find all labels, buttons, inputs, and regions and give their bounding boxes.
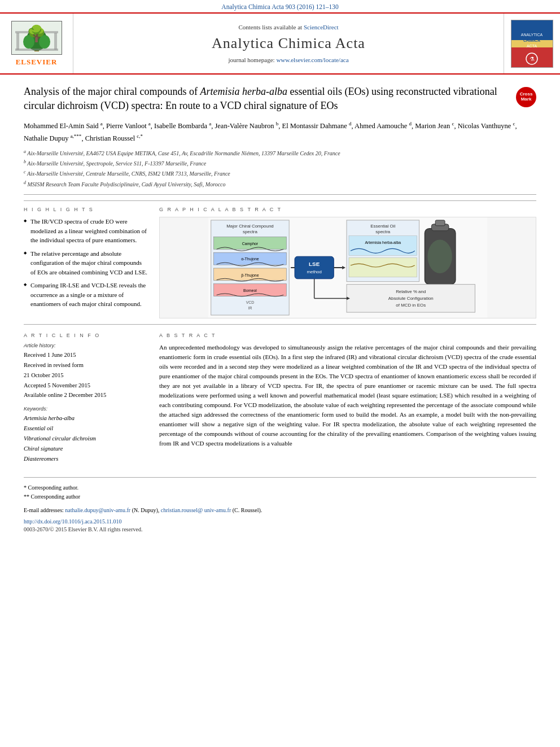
doi-line: http://dx.doi.org/10.1016/j.aca.2015.11.… <box>24 518 536 525</box>
svg-text:Essential Oil: Essential Oil <box>370 224 395 229</box>
article-history-group: Article history: Received 1 June 2015 Re… <box>24 343 148 400</box>
svg-text:ANALYTICA: ANALYTICA <box>521 33 543 37</box>
available-date: Available online 2 December 2015 <box>24 390 148 400</box>
affiliations-section: a Aix-Marseille Université, EA4672 USA E… <box>24 148 536 189</box>
keywords-label: Keywords: <box>24 406 148 412</box>
divider-1 <box>24 194 536 195</box>
graphical-abstract-heading: G R A P H I C A L A B S T R A C T <box>159 207 536 212</box>
graphical-abstract-image: Major Chiral Compound spectra Camphor α-… <box>159 217 536 318</box>
svg-rect-34 <box>295 256 334 279</box>
email-roussel[interactable]: christian.roussel@ <box>161 507 203 513</box>
svg-text:Borneol: Borneol <box>243 289 257 293</box>
abstract-heading: A B S T R A C T <box>159 333 536 338</box>
svg-text:spectra: spectra <box>243 229 258 234</box>
highlight-item-2: The relative percentage and absolute con… <box>24 249 148 277</box>
svg-rect-6 <box>54 33 57 50</box>
sciencedirect-line: Contents lists available at ScienceDirec… <box>238 24 338 30</box>
highlights-list: The IR/VCD spectra of crude EO were mode… <box>24 217 148 309</box>
svg-point-3 <box>23 35 34 49</box>
revised-label: Received in revised form <box>24 360 148 370</box>
svg-text:LSE: LSE <box>309 261 320 267</box>
svg-rect-48 <box>435 220 445 226</box>
keyword-4: Chiral signature <box>24 444 148 454</box>
keyword-3: Vibrational circular dichroism <box>24 434 148 444</box>
footer-section: * Corresponding author. ** Corresponding… <box>24 477 536 532</box>
aca-logo: ANALYTICA CHIMICA ACTA ⚗ <box>511 20 553 68</box>
email-dupuy[interactable]: nathalie.dupuy@univ-amu.fr <box>65 507 130 513</box>
abstract-text: An unprecedented methodology was develop… <box>159 343 536 449</box>
keyword-1: Artemisia herba-alba <box>24 413 148 423</box>
svg-point-49 <box>427 240 452 273</box>
svg-point-4 <box>39 35 50 49</box>
email-line: E-mail addresses: nathalie.dupuy@univ-am… <box>24 506 536 515</box>
journal-homepage-line: journal homepage: www.elsevier.com/locat… <box>228 56 348 63</box>
affiliation-d: d MSISM Research Team Faculte Polydiscip… <box>24 180 536 189</box>
author-marion-jean: Marion Jean <box>415 123 450 130</box>
accepted-date: Accepted 5 November 2015 <box>24 381 148 391</box>
svg-text:Absolute Configuration: Absolute Configuration <box>388 296 434 301</box>
svg-text:CHIMICA: CHIMICA <box>523 38 540 42</box>
corresponding-notes: * Corresponding author. ** Corresponding… <box>24 483 536 501</box>
weighted-text: weighted <box>85 228 107 234</box>
svg-text:spectra: spectra <box>375 229 391 234</box>
svg-rect-7 <box>15 49 58 51</box>
corresponding-2: ** Corresponding author <box>24 492 536 501</box>
journal-center-header: Contents lists available at ScienceDirec… <box>73 14 504 73</box>
highlights-column: H I G H L I G H T S The IR/VCD spectra o… <box>24 207 148 318</box>
svg-text:of MCD in EOs: of MCD in EOs <box>396 303 426 308</box>
article-title-italic: Artemisia herba-alba <box>200 86 287 97</box>
affiliation-a: a Aix-Marseille Université, EA4672 USA E… <box>24 148 536 158</box>
journal-header: ELSEVIER Contents lists available at Sci… <box>0 12 560 75</box>
article-info-column: A R T I C L E I N F O Article history: R… <box>24 333 148 469</box>
svg-text:⚗: ⚗ <box>530 56 535 62</box>
svg-text:method: method <box>307 269 321 274</box>
article-info-heading: A R T I C L E I N F O <box>24 333 148 338</box>
keyword-2: Essential oil <box>24 423 148 434</box>
highlights-heading: H I G H L I G H T S <box>24 207 148 212</box>
svg-text:α-Thujone: α-Thujone <box>241 257 259 261</box>
elsevier-tree-logo <box>11 21 62 55</box>
journal-title: Analytica Chimica Acta <box>212 35 365 52</box>
svg-text:β-Thujone: β-Thujone <box>241 273 259 278</box>
article-title: Analysis of the major chiral compounds o… <box>24 85 509 113</box>
authors-section: Mohammed El-Amin Said a, Pierre Vanloot … <box>24 120 536 143</box>
svg-rect-43 <box>349 236 417 256</box>
svg-text:Camphor: Camphor <box>242 242 259 246</box>
svg-text:Major Chiral Compound: Major Chiral Compound <box>226 224 274 229</box>
article-dates: Received 1 June 2015 Received in revised… <box>24 350 148 400</box>
email-roussel-domain[interactable]: univ-amu.fr <box>204 507 231 513</box>
keywords-list: Artemisia herba-alba Essential oil Vibra… <box>24 413 148 464</box>
svg-text:ACTA: ACTA <box>527 44 537 48</box>
svg-rect-5 <box>16 33 19 50</box>
elsevier-brand-label: ELSEVIER <box>16 58 58 67</box>
elsevier-logo: ELSEVIER <box>11 21 62 67</box>
sciencedirect-link[interactable]: ScienceDirect <box>304 24 339 30</box>
aca-logo-area: ANALYTICA CHIMICA ACTA ⚗ <box>504 14 560 73</box>
copyright-line: 0003-2670/© 2015 Elsevier B.V. All right… <box>24 526 536 532</box>
univ-note: (C. Roussel). <box>233 507 262 513</box>
journal-citation-bar: Analytica Chimica Acta 903 (2016) 121–13… <box>0 0 560 12</box>
highlight-item-3: Comparing IR-LSE and VCD-LSE reveals the… <box>24 281 148 309</box>
graphical-abstract-column: G R A P H I C A L A B S T R A C T Major … <box>159 207 536 318</box>
highlights-graphical-section: H I G H L I G H T S The IR/VCD spectra o… <box>24 200 536 325</box>
main-content: Analysis of the major chiral compounds o… <box>0 75 560 543</box>
email-label: E-mail addresses: <box>24 507 64 513</box>
article-title-section: Analysis of the major chiral compounds o… <box>24 85 536 113</box>
email1-note: (N. Dupuy), <box>132 507 160 513</box>
affiliation-b: b Aix-Marseille Université, Spectropole,… <box>24 159 536 168</box>
doi-link[interactable]: http://dx.doi.org/10.1016/j.aca.2015.11.… <box>24 518 122 525</box>
svg-rect-8 <box>15 31 58 33</box>
svg-text:Relative % and: Relative % and <box>396 289 426 294</box>
journal-homepage-link[interactable]: www.elsevier.com/locate/aca <box>276 56 348 63</box>
keyword-5: Diastereomers <box>24 454 148 464</box>
journal-citation: Analytica Chimica Acta 903 (2016) 121–13… <box>221 3 338 10</box>
corresponding-1: * Corresponding author. <box>24 483 536 492</box>
crossmark-badge[interactable]: Cross Mark <box>516 87 536 107</box>
svg-text:Cross: Cross <box>520 91 533 97</box>
revised-date: 21 October 2015 <box>24 370 148 381</box>
received-date: Received 1 June 2015 <box>24 350 148 360</box>
svg-text:Artemisia herba-alba: Artemisia herba-alba <box>365 241 401 244</box>
elsevier-logo-area: ELSEVIER <box>0 14 73 73</box>
svg-text:Mark: Mark <box>521 97 532 102</box>
svg-text:IR: IR <box>248 306 252 310</box>
